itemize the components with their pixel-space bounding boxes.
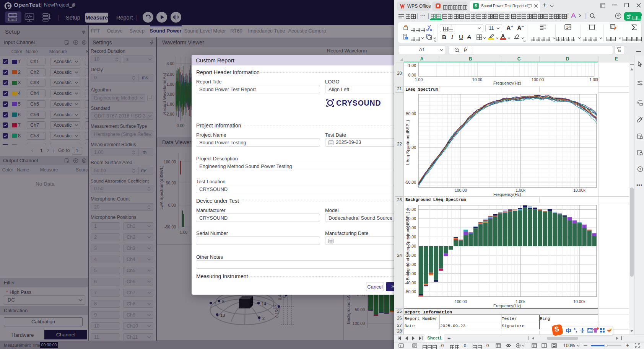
svg-text:11: 11 xyxy=(273,305,277,309)
svg-text:13: 13 xyxy=(220,313,225,318)
svg-text:2: 2 xyxy=(262,316,265,321)
svg-text:?: ? xyxy=(639,168,641,171)
svg-text:0.15r: 0.15r xyxy=(275,309,279,318)
svg-text:100.00: 100.00 xyxy=(532,77,544,82)
svg-text:23: 23 xyxy=(568,25,571,28)
svg-text:fx: fx xyxy=(618,49,621,53)
svg-text:10.00: 10.00 xyxy=(472,77,482,82)
svg-text:CRYSOUND: CRYSOUND xyxy=(336,99,381,107)
svg-text:5: 5 xyxy=(222,299,224,304)
svg-text:14: 14 xyxy=(262,302,266,306)
svg-text:1: 1 xyxy=(214,302,216,306)
svg-text:1.00: 1.00 xyxy=(415,77,423,82)
svg-text:1.00k: 1.00k xyxy=(589,77,598,82)
